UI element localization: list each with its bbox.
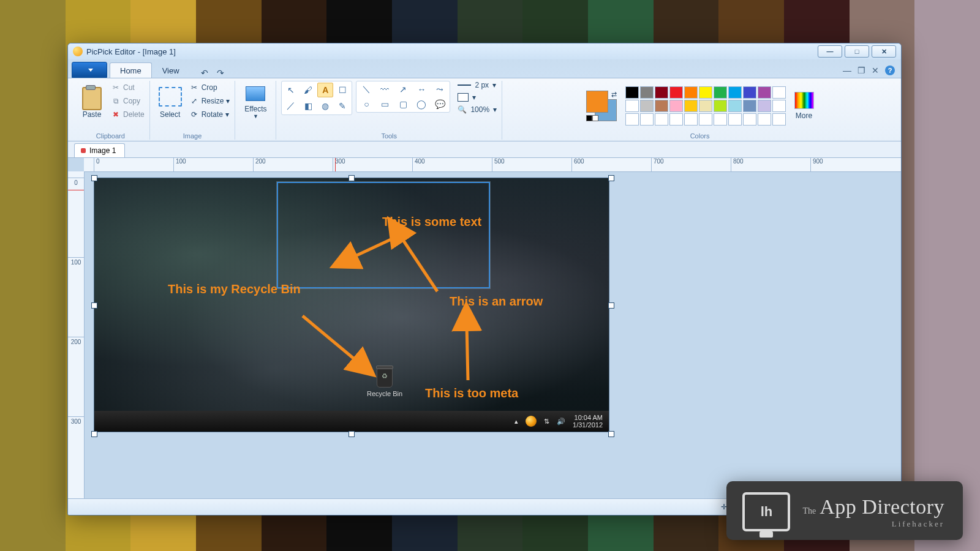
color-swatch[interactable] — [728, 100, 742, 112]
annotation-text-2[interactable]: This is my Recycle Bin — [168, 282, 301, 296]
resize-handle[interactable] — [349, 431, 355, 437]
zoom-selector[interactable]: 🔍100% ▾ — [458, 105, 497, 114]
resize-handle[interactable] — [608, 175, 614, 181]
fg-color-swatch[interactable] — [586, 91, 608, 113]
color-swatch[interactable] — [684, 86, 698, 99]
selection-rect[interactable] — [277, 182, 490, 288]
recycle-bin-icon[interactable]: Recycle Bin — [367, 368, 402, 397]
color-swatch[interactable] — [714, 100, 727, 112]
polyline-shape[interactable]: ⤳ — [431, 83, 448, 96]
delete-button[interactable]: ✖Delete — [111, 108, 145, 121]
color-swatch[interactable] — [699, 113, 712, 126]
tab-home[interactable]: Home — [110, 62, 152, 78]
color-fg-bg[interactable]: ⇄ — [586, 91, 617, 121]
resize-button[interactable]: ⤢Resize ▾ — [189, 94, 230, 108]
color-swatch[interactable] — [655, 86, 668, 99]
paste-button[interactable]: Paste — [77, 81, 107, 125]
color-swatch[interactable] — [699, 86, 712, 99]
color-swatch[interactable] — [758, 86, 771, 99]
color-swatch[interactable] — [728, 86, 742, 99]
text-tool[interactable]: A — [317, 83, 333, 97]
color-swatch[interactable] — [743, 113, 756, 126]
annotation-text-4[interactable]: This is too meta — [425, 386, 518, 400]
volume-icon[interactable]: 🔊 — [557, 418, 565, 425]
line-shape[interactable]: ＼ — [358, 83, 375, 96]
network-icon[interactable]: ⇅ — [544, 418, 549, 425]
color-swatch[interactable] — [669, 113, 683, 126]
color-swatch[interactable] — [684, 113, 698, 126]
close-button[interactable]: ✕ — [872, 45, 896, 58]
color-swatch[interactable] — [743, 100, 756, 112]
rect-shape[interactable]: ▭ — [376, 97, 393, 111]
color-swatch[interactable] — [625, 86, 639, 99]
speech-shape[interactable]: 💬 — [431, 97, 448, 111]
ellipse-shape[interactable]: ○ — [358, 97, 375, 111]
color-swatch[interactable] — [655, 113, 668, 126]
resize-handle[interactable] — [91, 175, 97, 181]
mdi-minimize-button[interactable]: — — [843, 66, 851, 75]
tray-arrow-icon[interactable]: ▴ — [514, 418, 518, 425]
more-colors-button[interactable]: More — [790, 84, 819, 128]
canvas[interactable]: This is some text This is my Recycle Bin… — [94, 178, 609, 432]
color-swatch[interactable] — [669, 86, 683, 99]
rotate-button[interactable]: ⟳Rotate ▾ — [189, 108, 230, 121]
color-swatch[interactable] — [640, 86, 654, 99]
help-button[interactable]: ? — [885, 66, 895, 75]
color-swatch[interactable] — [640, 100, 654, 112]
color-swatch[interactable] — [772, 113, 786, 126]
color-swatch[interactable] — [699, 100, 712, 112]
copy-button[interactable]: ⧉Copy — [111, 94, 145, 108]
color-swatch[interactable] — [758, 113, 771, 126]
line-width-selector[interactable]: 2 px ▾ — [458, 81, 497, 89]
canvas-viewport[interactable]: This is some text This is my Recycle Bin… — [84, 171, 901, 498]
color-swatch[interactable] — [625, 100, 639, 112]
curve-shape[interactable]: 〰 — [376, 83, 393, 96]
color-swatch[interactable] — [728, 113, 742, 126]
picker-tool[interactable]: ✎ — [334, 99, 350, 113]
tab-view[interactable]: View — [152, 62, 190, 78]
default-colors-icon[interactable] — [586, 115, 598, 121]
color-swatch[interactable] — [669, 100, 683, 112]
mdi-close-button[interactable]: ✕ — [872, 66, 879, 75]
callout-shape[interactable]: ◯ — [413, 97, 430, 111]
resize-handle[interactable] — [608, 431, 614, 437]
marker-tool[interactable]: ／ — [283, 99, 299, 113]
tray-app-icon[interactable] — [526, 416, 537, 427]
annotation-text-1[interactable]: This is some text — [382, 215, 481, 229]
redo-button[interactable]: ↷ — [217, 68, 224, 78]
roundrect-shape[interactable]: ▢ — [394, 97, 412, 111]
annotation-text-3[interactable]: This is an arrow — [450, 294, 543, 309]
resize-handle[interactable] — [91, 431, 97, 437]
crop-button[interactable]: ✂Crop — [189, 81, 230, 94]
color-swatch[interactable] — [684, 100, 698, 112]
select-button[interactable]: Select — [155, 81, 186, 125]
double-arrow-shape[interactable]: ↔ — [413, 83, 430, 96]
color-swatch[interactable] — [772, 100, 786, 112]
document-tab[interactable]: Image 1 — [74, 143, 125, 157]
undo-button[interactable]: ↶ — [201, 68, 208, 78]
arrow-shape[interactable]: ↗ — [394, 83, 412, 96]
cut-button[interactable]: ✂Cut — [111, 81, 145, 94]
swap-colors-icon[interactable]: ⇄ — [611, 91, 617, 99]
title-bar[interactable]: PicPick Editor - [Image 1] — □ ✕ — [68, 43, 901, 59]
blur-tool[interactable]: ◍ — [317, 99, 333, 113]
resize-handle[interactable] — [91, 302, 97, 309]
color-swatch[interactable] — [714, 113, 727, 126]
color-swatch[interactable] — [625, 113, 639, 126]
fill-selector[interactable]: ▾ — [458, 93, 497, 102]
resize-handle[interactable] — [349, 175, 355, 181]
eraser-tool[interactable]: ◧ — [300, 99, 316, 113]
pointer-tool[interactable]: ↖ — [283, 83, 299, 97]
brush-tool[interactable]: 🖌 — [300, 83, 316, 97]
color-swatch[interactable] — [758, 100, 771, 112]
resize-handle[interactable] — [608, 302, 614, 309]
file-menu-button[interactable] — [72, 62, 107, 78]
minimize-button[interactable]: — — [818, 45, 842, 58]
effects-button[interactable]: Effects ▼ — [240, 81, 271, 125]
color-swatch[interactable] — [655, 100, 668, 112]
color-swatch[interactable] — [772, 86, 786, 99]
color-swatch[interactable] — [714, 86, 727, 99]
color-swatch[interactable] — [640, 113, 654, 126]
mdi-restore-button[interactable]: ❐ — [858, 66, 865, 75]
maximize-button[interactable]: □ — [845, 45, 869, 58]
